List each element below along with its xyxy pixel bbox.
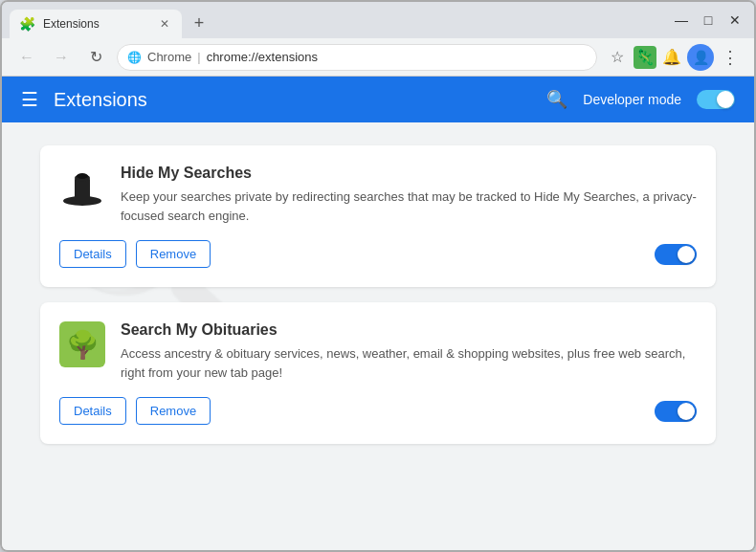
hide-my-searches-info: Hide My Searches Keep your searches priv… — [121, 165, 697, 225]
hide-my-searches-name: Hide My Searches — [121, 165, 697, 182]
back-button[interactable]: ← — [13, 44, 40, 71]
close-button[interactable]: ✕ — [723, 9, 746, 32]
search-my-obituaries-details-button[interactable]: Details — [59, 397, 126, 425]
url-chrome-label: Chrome — [147, 50, 191, 64]
address-bar: ← → ↻ 🌐 Chrome | chrome://extensions ☆ 🦎… — [2, 38, 754, 77]
toggle-knob — [717, 91, 734, 108]
ext-icon-1[interactable]: 🦎 — [634, 46, 656, 69]
search-my-obituaries-desc: Access ancestry & obituary services, new… — [121, 344, 697, 382]
site-security-icon: 🌐 — [127, 51, 142, 64]
toggle-knob-2 — [678, 403, 695, 420]
forward-button[interactable]: → — [48, 44, 75, 71]
extension-card-hide-my-searches: Hide My Searches Keep your searches priv… — [40, 145, 716, 287]
reload-button[interactable]: ↻ — [82, 44, 109, 71]
tab-title: Extensions — [43, 17, 149, 31]
active-tab[interactable]: 🧩 Extensions ✕ — [10, 10, 182, 38]
browser-window: 🧩 Extensions ✕ + — □ ✕ ← → ↻ 🌐 Chrome | … — [0, 0, 756, 552]
new-tab-button[interactable]: + — [186, 10, 212, 36]
extensions-page-title: Extensions — [54, 89, 531, 111]
hide-my-searches-details-button[interactable]: Details — [59, 240, 126, 268]
hamburger-menu-icon[interactable]: ☰ — [21, 88, 38, 111]
chrome-menu-button[interactable]: ⋮ — [718, 45, 743, 70]
search-icon[interactable]: 🔍 — [546, 89, 567, 110]
card-top-2: 🌳 Search My Obituaries Access ancestry &… — [59, 321, 697, 382]
toolbar-right: ☆ 🦎 🔔 👤 ⋮ — [605, 44, 743, 71]
tab-extension-icon: 🧩 — [19, 16, 35, 32]
url-bar[interactable]: 🌐 Chrome | chrome://extensions — [117, 44, 597, 71]
url-path: chrome://extensions — [207, 50, 318, 64]
window-controls: — □ ✕ — [670, 9, 746, 32]
maximize-button[interactable]: □ — [697, 9, 720, 32]
extension-card-search-my-obituaries: 🌳 Search My Obituaries Access ancestry &… — [40, 302, 716, 444]
card-bottom-2: Details Remove — [59, 397, 697, 425]
search-my-obituaries-remove-button[interactable]: Remove — [136, 397, 211, 425]
tab-bar: 🧩 Extensions ✕ + — [10, 2, 662, 38]
minimize-button[interactable]: — — [670, 9, 693, 32]
search-my-obituaries-name: Search My Obituaries — [121, 321, 697, 339]
hat-svg-icon — [59, 165, 105, 210]
bookmark-icon[interactable]: ☆ — [605, 46, 630, 68]
svg-point-3 — [77, 173, 88, 179]
profile-avatar[interactable]: 👤 — [687, 44, 714, 71]
tab-close-button[interactable]: ✕ — [157, 16, 172, 32]
card-bottom-1: Details Remove — [59, 240, 697, 268]
card-top: Hide My Searches Keep your searches priv… — [59, 165, 697, 225]
search-my-obituaries-toggle[interactable] — [655, 401, 697, 422]
tree-icon: 🌳 — [59, 321, 105, 367]
hide-my-searches-remove-button[interactable]: Remove — [136, 240, 211, 268]
search-my-obituaries-info: Search My Obituaries Access ancestry & o… — [121, 321, 697, 382]
developer-mode-toggle[interactable] — [697, 90, 735, 109]
hide-my-searches-desc: Keep your searches private by redirectin… — [121, 188, 697, 225]
ext-icon-2[interactable]: 🔔 — [660, 46, 683, 69]
extensions-header: ☰ Extensions 🔍 Developer mode — [2, 77, 754, 122]
main-content: 🔍 rish.com Hide My Searches Keep your s — [2, 122, 754, 550]
search-my-obituaries-logo: 🌳 — [59, 321, 105, 367]
url-separator: | — [197, 50, 200, 64]
hide-my-searches-logo — [59, 165, 105, 210]
developer-mode-label: Developer mode — [583, 92, 681, 107]
toggle-knob-1 — [678, 246, 695, 263]
hide-my-searches-toggle[interactable] — [655, 244, 697, 265]
title-bar: 🧩 Extensions ✕ + — □ ✕ — [2, 2, 754, 38]
